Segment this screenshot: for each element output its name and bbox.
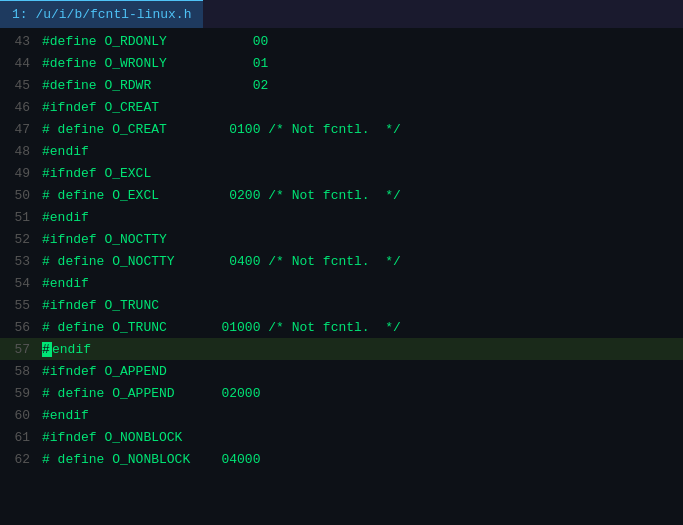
table-row: 50# define O_EXCL 0200 /* Not fcntl. */ [0,184,683,206]
table-row: 52#ifndef O_NOCTTY [0,228,683,250]
line-content: # define O_TRUNC 01000 /* Not fcntl. */ [38,320,401,335]
table-row: 48#endif [0,140,683,162]
line-content: #endif [38,342,91,357]
line-number: 43 [0,34,38,49]
table-row: 54#endif [0,272,683,294]
line-number: 54 [0,276,38,291]
line-number: 59 [0,386,38,401]
line-number: 56 [0,320,38,335]
table-row: 56# define O_TRUNC 01000 /* Not fcntl. *… [0,316,683,338]
line-content: #define O_WRONLY 01 [38,56,268,71]
tab-label: 1: /u/i/b/fcntl-linux.h [12,7,191,22]
line-number: 61 [0,430,38,445]
line-content: #define O_RDONLY 00 [38,34,268,49]
active-tab[interactable]: 1: /u/i/b/fcntl-linux.h [0,0,203,28]
line-content: #ifndef O_APPEND [38,364,167,379]
line-content: #endif [38,408,89,423]
table-row: 45#define O_RDWR 02 [0,74,683,96]
line-content: # define O_CREAT 0100 /* Not fcntl. */ [38,122,401,137]
table-row: 58#ifndef O_APPEND [0,360,683,382]
tab-bar: 1: /u/i/b/fcntl-linux.h [0,0,683,28]
line-content: #endif [38,210,89,225]
line-content: #ifndef O_NOCTTY [38,232,167,247]
line-number: 45 [0,78,38,93]
line-number: 50 [0,188,38,203]
line-content: #endif [38,144,89,159]
table-row: 44#define O_WRONLY 01 [0,52,683,74]
line-content: #ifndef O_EXCL [38,166,151,181]
table-row: 43#define O_RDONLY 00 [0,30,683,52]
line-content: #ifndef O_TRUNC [38,298,159,313]
line-content: #ifndef O_CREAT [38,100,159,115]
line-number: 48 [0,144,38,159]
line-number: 62 [0,452,38,467]
line-content: #define O_RDWR 02 [38,78,268,93]
line-number: 46 [0,100,38,115]
table-row: 51#endif [0,206,683,228]
table-row: 62# define O_NONBLOCK 04000 [0,448,683,470]
table-row: 47# define O_CREAT 0100 /* Not fcntl. */ [0,118,683,140]
line-number: 53 [0,254,38,269]
line-number: 60 [0,408,38,423]
line-number: 49 [0,166,38,181]
line-content: # define O_APPEND 02000 [38,386,260,401]
line-number: 52 [0,232,38,247]
line-number: 47 [0,122,38,137]
line-number: 57 [0,342,38,357]
table-row: 55#ifndef O_TRUNC [0,294,683,316]
line-number: 55 [0,298,38,313]
code-container: 43#define O_RDONLY 0044#define O_WRONLY … [0,28,683,525]
line-content: # define O_EXCL 0200 /* Not fcntl. */ [38,188,401,203]
table-row: 53# define O_NOCTTY 0400 /* Not fcntl. *… [0,250,683,272]
table-row: 61#ifndef O_NONBLOCK [0,426,683,448]
table-row: 46#ifndef O_CREAT [0,96,683,118]
line-content: #endif [38,276,89,291]
table-row: 49#ifndef O_EXCL [0,162,683,184]
table-row: 59# define O_APPEND 02000 [0,382,683,404]
line-content: #ifndef O_NONBLOCK [38,430,182,445]
table-row: 57#endif [0,338,683,360]
line-content: # define O_NOCTTY 0400 /* Not fcntl. */ [38,254,401,269]
table-row: 60#endif [0,404,683,426]
line-number: 58 [0,364,38,379]
line-content: # define O_NONBLOCK 04000 [38,452,260,467]
line-number: 44 [0,56,38,71]
line-number: 51 [0,210,38,225]
